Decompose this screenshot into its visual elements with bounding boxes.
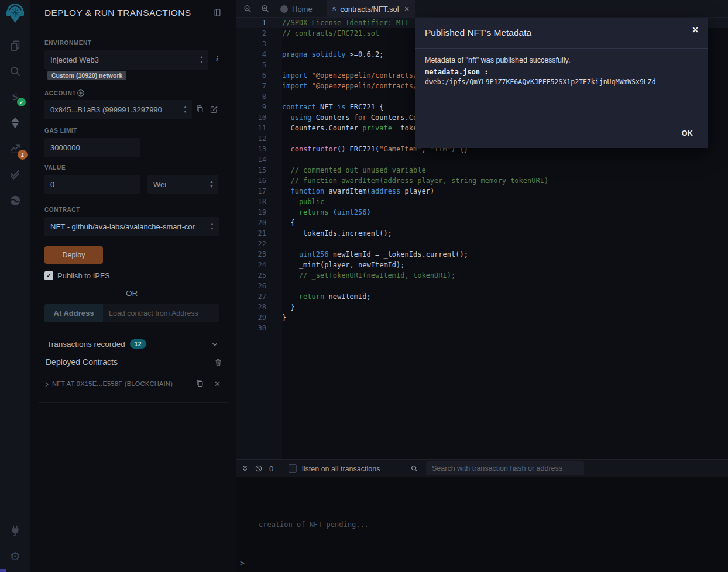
panel-title: DEPLOY & RUN TRANSACTIONS bbox=[44, 8, 191, 18]
line-number: 3 bbox=[236, 39, 266, 49]
environment-info-icon[interactable]: i bbox=[216, 54, 218, 64]
line-number: 16 bbox=[236, 175, 266, 186]
code-text: } bbox=[282, 303, 295, 311]
deployed-contract-item[interactable]: NFT AT 0X15E...E558F (BLOCKCHAIN) bbox=[52, 380, 173, 387]
close-modal-icon[interactable]: ✕ bbox=[692, 25, 699, 35]
code-text: return newItemId; bbox=[282, 292, 371, 301]
solidity-compiler-icon[interactable]: S ✓ bbox=[8, 90, 22, 104]
remix-logo-icon[interactable] bbox=[5, 4, 26, 26]
code-line: 28 } bbox=[236, 302, 728, 312]
code-line: 14 bbox=[236, 154, 728, 165]
ok-button[interactable]: OK bbox=[682, 129, 693, 137]
remove-contract-icon[interactable]: ✕ bbox=[214, 380, 221, 388]
code-line: 18 public bbox=[236, 197, 728, 207]
tab-home[interactable]: Home bbox=[274, 0, 318, 18]
gas-limit-label: GAS LIMIT bbox=[44, 128, 77, 134]
contract-label: CONTRACT bbox=[44, 206, 80, 213]
line-number: 27 bbox=[236, 291, 266, 302]
remix-ide-app: S ✓ 1 bbox=[0, 0, 728, 572]
network-badge: Custom (10920) network bbox=[47, 71, 126, 80]
terminal-log-line: creation of NFT pending... bbox=[259, 521, 369, 529]
code-text: uint256 newItemId = _tokenIds.current(); bbox=[282, 250, 468, 259]
publish-ipfs-label: Publish to IPFS bbox=[57, 271, 110, 280]
file-explorer-icon[interactable] bbox=[8, 39, 22, 53]
analytics-icon[interactable]: 1 bbox=[8, 142, 22, 156]
line-number: 19 bbox=[236, 207, 266, 218]
search-icon[interactable] bbox=[8, 64, 22, 78]
at-address-button[interactable]: At Address bbox=[44, 304, 103, 322]
terminal-search-input[interactable] bbox=[426, 461, 584, 475]
panel-divider bbox=[39, 402, 228, 403]
publish-ipfs-checkbox[interactable]: ✓ bbox=[44, 271, 53, 280]
value-unit-select[interactable]: Wei ▲▼ bbox=[147, 175, 218, 194]
code-line: 15 // commented out unused variable bbox=[236, 165, 728, 175]
corner-accent bbox=[0, 569, 6, 572]
copy-contract-icon[interactable] bbox=[195, 379, 204, 388]
code-text: // commented out unused variable bbox=[282, 166, 426, 174]
deploy-run-icon[interactable] bbox=[8, 116, 22, 130]
modal-header: Published NFT's Metadata ✕ bbox=[415, 18, 708, 49]
compiler-success-badge: ✓ bbox=[17, 98, 26, 106]
home-tab-icon bbox=[280, 5, 288, 13]
modal-footer: OK bbox=[415, 118, 708, 148]
value-input[interactable] bbox=[44, 175, 140, 194]
value-unit: Wei bbox=[153, 180, 166, 189]
add-account-icon[interactable] bbox=[77, 89, 85, 97]
clear-console-icon[interactable] bbox=[255, 464, 263, 473]
account-select[interactable]: 0x845...B1aB3 (999991.3297990 ▲▼ bbox=[44, 100, 192, 119]
line-number: 18 bbox=[236, 197, 266, 207]
line-number: 7 bbox=[236, 81, 266, 91]
code-text: //SPDX-License-Identifier: MIT bbox=[282, 19, 409, 27]
value-label: VALUE bbox=[44, 164, 66, 171]
close-tab-icon[interactable]: ✕ bbox=[404, 5, 410, 13]
editor-tabbar: Home S contracts/NFT.sol ✕ bbox=[236, 0, 728, 18]
deploy-button[interactable]: Deploy bbox=[44, 246, 103, 264]
chevron-down-icon[interactable] bbox=[211, 340, 219, 349]
code-line: 20 { bbox=[236, 218, 728, 228]
terminal-output[interactable]: creation of NFT pending... > bbox=[236, 477, 728, 572]
trash-icon[interactable] bbox=[214, 358, 222, 366]
modal-body: Metadata of "nft" was published successf… bbox=[415, 49, 708, 118]
code-text: } bbox=[282, 313, 286, 322]
transactions-count-badge: 12 bbox=[130, 339, 146, 349]
zoom-out-icon[interactable] bbox=[243, 4, 252, 13]
tab-nft-sol[interactable]: S contracts/NFT.sol ✕ bbox=[327, 0, 415, 18]
zoom-in-icon[interactable] bbox=[260, 4, 270, 13]
environment-select[interactable]: Injected Web3 ▲▼ bbox=[44, 50, 208, 70]
copy-account-icon[interactable] bbox=[195, 105, 204, 113]
pending-tx-count: 0 bbox=[269, 464, 273, 473]
line-number: 12 bbox=[236, 133, 266, 144]
line-number: 5 bbox=[236, 60, 266, 70]
chevron-updown-icon: ▲▼ bbox=[199, 55, 204, 64]
line-number: 14 bbox=[236, 154, 266, 165]
line-number: 21 bbox=[236, 228, 266, 239]
code-line: 25 // _setTokenURI(newItemId, tokenURI); bbox=[236, 270, 728, 281]
code-text: // contracts/ERC721.sol bbox=[282, 29, 379, 37]
line-number: 8 bbox=[236, 91, 266, 102]
edit-account-icon[interactable] bbox=[210, 105, 218, 113]
line-number: 25 bbox=[236, 270, 266, 281]
line-number: 17 bbox=[236, 186, 266, 197]
unit-testing-icon[interactable] bbox=[8, 167, 22, 181]
line-number: 20 bbox=[236, 218, 266, 228]
listen-transactions-checkbox[interactable] bbox=[289, 464, 297, 473]
settings-icon[interactable]: ⚙ bbox=[8, 549, 22, 563]
transactions-recorded-row[interactable]: Transactions recorded12 bbox=[47, 339, 146, 349]
gas-limit-input[interactable] bbox=[44, 138, 140, 157]
debugger-icon[interactable] bbox=[8, 194, 22, 208]
solidity-file-icon: S bbox=[332, 5, 336, 12]
contract-select[interactable]: NFT - github/ava-labs/avalanche-smart-co… bbox=[44, 217, 219, 236]
line-number: 1 bbox=[236, 18, 266, 28]
chevron-right-icon[interactable] bbox=[43, 381, 50, 388]
code-text: function awardItem(address player) bbox=[282, 187, 434, 195]
modal-title: Published NFT's Metadata bbox=[425, 27, 531, 38]
code-line: 16 // function awardItem(address player,… bbox=[236, 175, 728, 186]
documentation-icon[interactable] bbox=[213, 8, 222, 17]
ipfs-uri: dweb:/ipfs/QmYL9P1Z7KE6AQvKJPFF52SX1p2TE… bbox=[425, 78, 699, 86]
at-address-input[interactable] bbox=[103, 304, 219, 322]
code-line: 17 function awardItem(address player) bbox=[236, 186, 728, 197]
code-line: 29} bbox=[236, 312, 728, 323]
gear-glyph: ⚙ bbox=[10, 550, 20, 562]
collapse-terminal-icon[interactable] bbox=[241, 464, 249, 473]
plugin-manager-icon[interactable] bbox=[8, 523, 22, 537]
